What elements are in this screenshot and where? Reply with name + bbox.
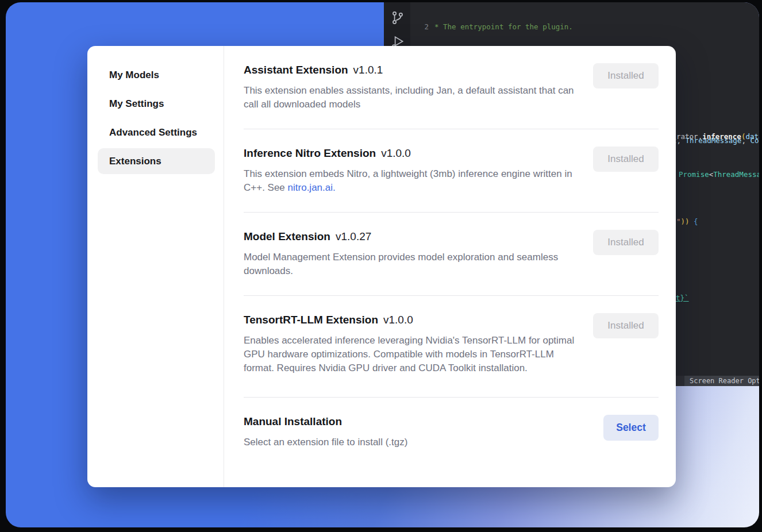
settings-card: My Models My Settings Advanced Settings … (87, 46, 676, 487)
extension-title: Assistant Extension (244, 64, 348, 76)
sidebar-item-my-settings[interactable]: My Settings (98, 91, 215, 117)
code-line: 2 * The entrypoint for the plugin. (410, 22, 759, 32)
code-fragment: rator.inference(data)); (676, 132, 759, 141)
extension-version: v1.0.0 (383, 314, 413, 326)
installed-button[interactable]: Installed (593, 230, 659, 255)
extension-heading: Assistant Extensionv1.0.1 (244, 63, 583, 76)
extension-heading: TensortRT-LLM Extensionv1.0.0 (244, 313, 583, 326)
installed-button[interactable]: Installed (593, 313, 659, 338)
extension-row-model: Model Extensionv1.0.27 Model Management … (244, 213, 659, 296)
sidebar-item-label: My Models (109, 70, 159, 81)
extension-title: TensortRT-LLM Extension (244, 314, 378, 326)
select-file-button[interactable]: Select (603, 415, 659, 441)
settings-sidebar: My Models My Settings Advanced Settings … (87, 46, 224, 487)
nitro-jan-ai-link[interactable]: nitro.jan.ai. (288, 182, 336, 193)
sidebar-item-label: Advanced Settings (109, 127, 197, 138)
extension-heading: Inference Nitro Extensionv1.0.0 (244, 147, 583, 160)
manual-installation-description: Select an extension file to install (.tg… (244, 435, 576, 449)
manual-installation-title: Manual Installation (244, 415, 342, 427)
installed-button[interactable]: Installed (593, 147, 659, 172)
extension-heading: Manual Installation (244, 415, 593, 428)
extension-title: Inference Nitro Extension (244, 147, 376, 159)
sidebar-item-extensions[interactable]: Extensions (98, 148, 215, 174)
extension-row-nitro: Inference Nitro Extensionv1.0.0 This ext… (244, 129, 659, 213)
sidebar-item-advanced-settings[interactable]: Advanced Settings (98, 119, 215, 145)
extension-description: Enables accelerated inference leveraging… (244, 334, 576, 375)
extension-description: This extension enables assistants, inclu… (244, 84, 576, 111)
source-control-icon[interactable] (390, 10, 405, 25)
sidebar-item-my-models[interactable]: My Models (98, 62, 215, 88)
extension-row-tensorrt: TensortRT-LLM Extensionv1.0.0 Enables ac… (244, 296, 659, 398)
extension-version: v1.0.1 (353, 64, 383, 76)
line-number: 2 (410, 22, 429, 32)
code-fragment: t}` (676, 294, 689, 302)
window-frame: 2 * The entrypoint for the plugin. 3 */ … (6, 2, 759, 527)
installed-button[interactable]: Installed (593, 63, 659, 88)
status-screen-reader-label[interactable]: Screen Reader Optimized (684, 376, 759, 386)
code-fragment: Promise<ThreadMessage> (679, 170, 759, 179)
code-fragment: ")) { (676, 217, 698, 226)
extension-row-assistant: Assistant Extensionv1.0.1 This extension… (244, 46, 659, 129)
extension-description: This extension embeds Nitro, a lightweig… (244, 167, 576, 195)
code-comment: * The entrypoint for the plugin. (429, 22, 573, 32)
extension-version: v1.0.27 (336, 230, 371, 242)
extension-description: Model Management Extension provides mode… (244, 250, 576, 278)
extension-heading: Model Extensionv1.0.27 (244, 230, 583, 243)
manual-installation-row: Manual Installation Select an extension … (244, 398, 659, 462)
screenshot-stage: 2 * The entrypoint for the plugin. 3 */ … (0, 0, 762, 532)
extension-title: Model Extension (244, 230, 330, 242)
sidebar-item-label: My Settings (109, 98, 164, 110)
sidebar-item-label: Extensions (109, 156, 161, 167)
extension-version: v1.0.0 (381, 147, 411, 159)
extensions-list: Assistant Extensionv1.0.1 This extension… (224, 46, 676, 487)
